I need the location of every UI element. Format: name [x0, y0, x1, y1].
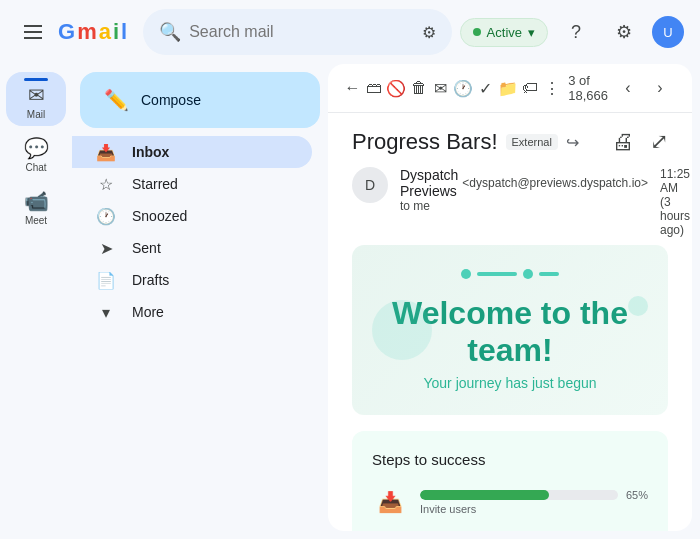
- timestamp: 11:25 AM (3 hours ago): [660, 167, 690, 237]
- bar-fill-0: [420, 490, 549, 500]
- line1: [477, 272, 517, 276]
- step-bar-0: 65% Invite users: [420, 489, 648, 515]
- active-label: Active: [487, 25, 522, 40]
- search-icon: 🔍: [159, 21, 181, 43]
- sidebar-item-inbox[interactable]: 📥 Inbox: [72, 136, 312, 168]
- avatar[interactable]: U: [652, 16, 684, 48]
- nav-arrows: ‹ ›: [612, 72, 676, 104]
- next-email-button[interactable]: ›: [644, 72, 676, 104]
- search-options-icon[interactable]: ⚙: [422, 23, 436, 42]
- dot2: [523, 269, 533, 279]
- snooze-button[interactable]: 🕐: [453, 72, 473, 104]
- email-count: 3 of 18,666: [568, 73, 608, 103]
- sidebar-item-drafts[interactable]: 📄 Drafts: [72, 264, 312, 296]
- left-icon-meet[interactable]: 📹 Meet: [6, 183, 66, 232]
- add-to-tasks-button[interactable]: ✓: [477, 72, 494, 104]
- gmail-logo: Gmail: [58, 19, 127, 45]
- snoozed-icon: 🕐: [96, 207, 116, 226]
- progress-dots: [376, 269, 644, 279]
- subject-text: Progress Bars!: [352, 129, 498, 155]
- more-icon: ▾: [96, 303, 116, 322]
- email-toolbar: ← 🗃 🚫 🗑 ✉ 🕐 ✓ 📁 🏷 ⋮ 3 of 18,666 ‹ ›: [328, 64, 692, 113]
- meet-label: Meet: [25, 215, 47, 226]
- starred-label: Starred: [132, 176, 288, 192]
- archive-button[interactable]: 🗃: [365, 72, 382, 104]
- left-icon-mail[interactable]: ✉ Mail: [6, 72, 66, 126]
- more-label: More: [132, 304, 288, 320]
- sender-time-area: 11:25 AM (3 hours ago) ☆ ↩ ⋮: [660, 167, 692, 237]
- welcome-subtitle: Your journey has just begun: [376, 375, 644, 391]
- print-button[interactable]: 🖨: [612, 129, 634, 155]
- active-status-badge[interactable]: Active ▾: [460, 18, 548, 47]
- to-me[interactable]: to me: [400, 199, 648, 213]
- sidebar-item-starred[interactable]: ☆ Starred: [72, 168, 312, 200]
- email-body: Welcome to the team! Your journey has ju…: [328, 245, 692, 531]
- top-bar-right: Active ▾ ? ⚙ U: [460, 12, 684, 52]
- settings-button[interactable]: ⚙: [604, 12, 644, 52]
- chat-icon: 💬: [24, 136, 49, 160]
- sender-avatar: D: [352, 167, 388, 203]
- main-layout: ✉ Mail 💬 Chat 📹 Meet ✏️ Compose 📥 Inbox …: [0, 64, 700, 539]
- move-to-button[interactable]: 📁: [498, 72, 518, 104]
- email-subject: Progress Bars! External ↪ 🖨 ⤢: [352, 129, 668, 155]
- label-button[interactable]: 🏷: [522, 72, 539, 104]
- snoozed-label: Snoozed: [132, 208, 288, 224]
- email-header: Progress Bars! External ↪ 🖨 ⤢ D Dyspatch…: [328, 113, 692, 245]
- sent-icon: ➤: [96, 239, 116, 258]
- step-item-0: 📥 65% Invite users: [372, 484, 648, 520]
- mail-label: Mail: [27, 109, 45, 120]
- welcome-section: Welcome to the team! Your journey has ju…: [352, 245, 668, 415]
- steps-title: Steps to success: [372, 451, 648, 468]
- inbox-icon: 📥: [96, 143, 116, 162]
- sidebar-item-snoozed[interactable]: 🕐 Snoozed: [72, 200, 312, 232]
- search-bar[interactable]: 🔍 ⚙: [143, 9, 451, 55]
- sender-name: Dyspatch Previews: [400, 167, 458, 199]
- sidebar: ✏️ Compose 📥 Inbox ☆ Starred 🕐 Snoozed ➤…: [72, 64, 328, 539]
- email-area: ← 🗃 🚫 🗑 ✉ 🕐 ✓ 📁 🏷 ⋮ 3 of 18,666 ‹ › Prog…: [328, 64, 692, 531]
- inbox-label: Inbox: [132, 144, 288, 160]
- help-button[interactable]: ?: [556, 12, 596, 52]
- back-button[interactable]: ←: [344, 72, 361, 104]
- sidebar-item-sent[interactable]: ➤ Sent: [72, 232, 312, 264]
- sidebar-item-more[interactable]: ▾ More: [72, 296, 312, 328]
- left-icon-rail: ✉ Mail 💬 Chat 📹 Meet: [0, 64, 72, 539]
- dot1: [461, 269, 471, 279]
- deco-circle-right: [628, 296, 648, 316]
- prev-email-button[interactable]: ‹: [612, 72, 644, 104]
- sender-info: Dyspatch Previews <dyspatch@previews.dys…: [400, 167, 648, 213]
- delete-button[interactable]: 🗑: [410, 72, 427, 104]
- percent-0: 65%: [626, 489, 648, 501]
- steps-section: Steps to success 📥 65% Invite users: [352, 431, 668, 531]
- deco-circle-left: [372, 300, 432, 360]
- search-input[interactable]: [189, 23, 413, 41]
- step-icon-0: 📥: [372, 484, 408, 520]
- email-content: Welcome to the team! Your journey has ju…: [352, 245, 668, 531]
- mark-unread-button[interactable]: ✉: [432, 72, 449, 104]
- active-dot: [473, 28, 481, 36]
- bar-track-0: [420, 490, 618, 500]
- more-options-button[interactable]: ⋮: [543, 72, 560, 104]
- hamburger-menu[interactable]: [16, 17, 50, 47]
- sender-row: D Dyspatch Previews <dyspatch@previews.d…: [352, 167, 668, 237]
- drafts-icon: 📄: [96, 271, 116, 290]
- left-icon-chat[interactable]: 💬 Chat: [6, 130, 66, 179]
- star-nav-icon: ☆: [96, 175, 116, 194]
- report-spam-button[interactable]: 🚫: [386, 72, 406, 104]
- drafts-label: Drafts: [132, 272, 288, 288]
- external-badge: External: [506, 134, 558, 150]
- step-label-0: Invite users: [420, 503, 648, 515]
- sent-label: Sent: [132, 240, 288, 256]
- active-indicator: [24, 78, 48, 81]
- compose-icon: ✏️: [104, 88, 129, 112]
- forward-icon: ↪: [566, 133, 579, 152]
- compose-label: Compose: [141, 92, 201, 108]
- meet-icon: 📹: [24, 189, 49, 213]
- chat-label: Chat: [25, 162, 46, 173]
- mail-icon: ✉: [28, 83, 45, 107]
- bar-row-0: 65%: [420, 489, 648, 501]
- line2: [539, 272, 559, 276]
- compose-button[interactable]: ✏️ Compose: [80, 72, 320, 128]
- chevron-down-icon: ▾: [528, 25, 535, 40]
- open-in-new-button[interactable]: ⤢: [650, 129, 668, 155]
- sender-email: <dyspatch@previews.dyspatch.io>: [462, 176, 648, 190]
